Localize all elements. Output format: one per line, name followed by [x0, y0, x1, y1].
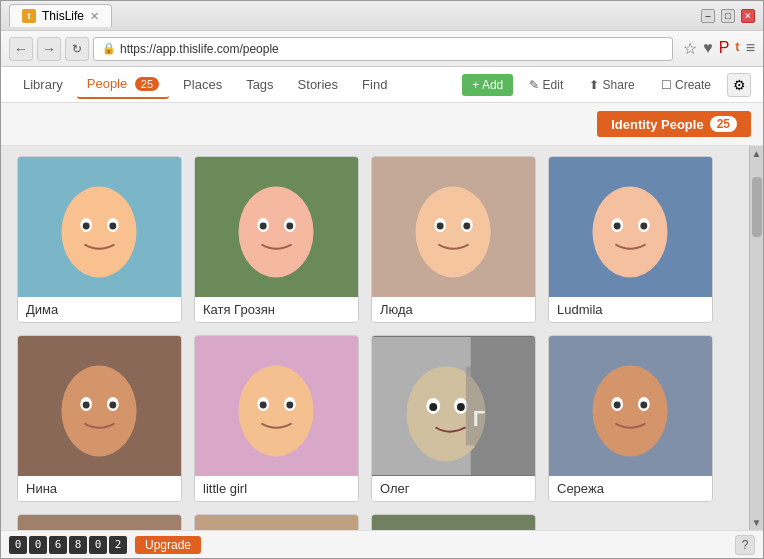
tab-favicon: t	[22, 9, 36, 23]
minimize-button[interactable]: –	[701, 9, 715, 23]
svg-point-50	[640, 402, 647, 409]
back-button[interactable]: ←	[9, 37, 33, 61]
scroll-up-arrow[interactable]: ▲	[750, 146, 763, 161]
settings-button[interactable]: ⚙	[727, 73, 751, 97]
person-name: Нина	[18, 476, 181, 501]
person-name: Сережа	[549, 476, 712, 501]
browser-window: t ThisLife ✕ – □ ✕ ← → ↻ 🔒 https://app.t…	[0, 0, 764, 559]
scroll-thumb[interactable]	[752, 177, 762, 237]
lock-icon: 🔒	[102, 42, 116, 55]
tab-places[interactable]: Places	[173, 71, 232, 98]
svg-text:Г: Г	[473, 406, 485, 431]
star-icon[interactable]: ☆	[683, 39, 697, 58]
svg-point-25	[61, 365, 136, 456]
create-button[interactable]: ☐ Create	[651, 74, 721, 96]
app-toolbar: Library People 25 Places Tags Stories Fi…	[1, 67, 763, 103]
svg-rect-57	[195, 516, 358, 530]
digit: 0	[9, 536, 27, 554]
svg-point-46	[592, 365, 667, 456]
add-button[interactable]: + Add	[462, 74, 513, 96]
person-card[interactable]: Катя Грозян	[194, 156, 359, 323]
svg-point-19	[592, 186, 667, 277]
browser-tab[interactable]: t ThisLife ✕	[9, 4, 112, 27]
identity-bar: Identity People 25	[1, 103, 763, 146]
scrollbar[interactable]: ▲ ▼	[749, 146, 763, 530]
person-card[interactable]: Нина	[17, 335, 182, 502]
svg-point-49	[614, 402, 621, 409]
person-card[interactable]: Сережа	[548, 335, 713, 502]
tab-title: ThisLife	[42, 9, 84, 23]
person-name: Люда	[372, 297, 535, 322]
svg-point-23	[640, 223, 647, 230]
digit: 2	[109, 536, 127, 554]
person-card[interactable]: Люда	[371, 156, 536, 323]
svg-point-1	[61, 186, 136, 277]
svg-point-7	[238, 186, 313, 277]
toolbar-actions: + Add ✎ Edit ⬆ Share ☐ Create ⚙	[462, 73, 751, 97]
person-card[interactable]	[194, 514, 359, 530]
tab-tags[interactable]: Tags	[236, 71, 283, 98]
svg-point-10	[260, 223, 267, 230]
close-button[interactable]: ✕	[741, 9, 755, 23]
digit: 0	[29, 536, 47, 554]
person-name: Ludmila	[549, 297, 712, 322]
identity-label: Identity People	[611, 117, 703, 132]
svg-point-31	[238, 365, 313, 456]
forward-button[interactable]: →	[37, 37, 61, 61]
person-card[interactable]: Ludmila	[548, 156, 713, 323]
address-bar[interactable]: 🔒 https://app.thislife.com/people	[93, 37, 673, 61]
digit: 6	[49, 536, 67, 554]
people-badge: 25	[135, 77, 159, 91]
tab-library[interactable]: Library	[13, 71, 73, 98]
person-card[interactable]	[371, 514, 536, 530]
person-name: Олег	[372, 476, 535, 501]
tab-stories[interactable]: Stories	[288, 71, 348, 98]
svg-point-16	[437, 223, 444, 230]
share-button[interactable]: ⬆ Share	[579, 74, 644, 96]
counter: 006802	[9, 536, 127, 554]
upgrade-button[interactable]: Upgrade	[135, 536, 201, 554]
bookmark-icon[interactable]: ♥	[703, 39, 713, 58]
bottom-bar: 006802 Upgrade ?	[1, 530, 763, 558]
person-card[interactable]: little girl	[194, 335, 359, 502]
window-controls: – □ ✕	[701, 9, 755, 23]
svg-rect-51	[18, 516, 181, 530]
svg-point-22	[614, 223, 621, 230]
nav-bar: ← → ↻ 🔒 https://app.thislife.com/people …	[1, 31, 763, 67]
person-card[interactable]: Г Олег	[371, 335, 536, 502]
svg-point-41	[429, 403, 437, 411]
digit: 8	[69, 536, 87, 554]
person-name: little girl	[195, 476, 358, 501]
url-text: https://app.thislife.com/people	[120, 42, 279, 56]
svg-point-13	[415, 186, 490, 277]
browser-icons: ☆ ♥ P t ≡	[683, 39, 755, 58]
people-grid: Дима Катя Грозян Люда Ludmila	[17, 156, 733, 530]
maximize-button[interactable]: □	[721, 9, 735, 23]
svg-point-34	[260, 402, 267, 409]
svg-point-17	[463, 223, 470, 230]
svg-point-35	[286, 402, 293, 409]
pinterest-icon[interactable]: P	[719, 39, 730, 58]
person-name: Дима	[18, 297, 181, 322]
help-button[interactable]: ?	[735, 535, 755, 555]
edit-button[interactable]: ✎ Edit	[519, 74, 573, 96]
svg-point-28	[83, 402, 90, 409]
svg-point-29	[109, 402, 116, 409]
identity-badge: 25	[710, 116, 737, 132]
scroll-down-arrow[interactable]: ▼	[750, 515, 763, 530]
title-bar: t ThisLife ✕ – □ ✕	[1, 1, 763, 31]
refresh-button[interactable]: ↻	[65, 37, 89, 61]
digit: 0	[89, 536, 107, 554]
menu-icon[interactable]: ≡	[746, 39, 755, 58]
thislife-icon[interactable]: t	[735, 39, 739, 58]
svg-point-11	[286, 223, 293, 230]
person-card[interactable]	[17, 514, 182, 530]
svg-point-5	[109, 223, 116, 230]
person-name: Катя Грозян	[195, 297, 358, 322]
people-grid-container: Дима Катя Грозян Люда Ludmila	[1, 146, 749, 530]
person-card[interactable]: Дима	[17, 156, 182, 323]
tab-close-btn[interactable]: ✕	[90, 10, 99, 23]
tab-people[interactable]: People 25	[77, 70, 169, 99]
identity-people-button[interactable]: Identity People 25	[597, 111, 751, 137]
tab-find[interactable]: Find	[352, 71, 397, 98]
